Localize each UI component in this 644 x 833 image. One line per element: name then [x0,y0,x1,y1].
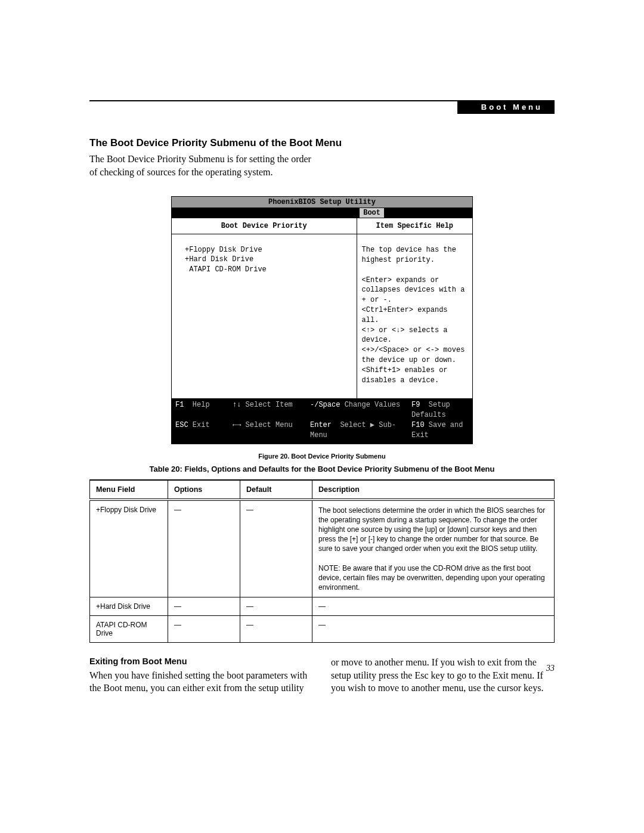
table-row: +Hard Disk Drive — — — [90,597,555,616]
desc-para: The boot selections determine the order … [318,506,548,554]
figure-caption: Figure 20. Boot Device Priority Submenu [89,453,555,460]
bios-help-text: The top device has the highest priority.… [357,234,472,398]
desc-para: NOTE: Be aware that if you use the CD-RO… [318,563,548,593]
bios-footer: F1 Help ↑↓ Select Item -/Space Change Va… [172,398,472,443]
foot-key: F9 [411,401,420,409]
cell-description: — [312,597,555,616]
exit-heading: Exiting from Boot Menu [89,656,313,668]
foot-key: ↑↓ [233,401,241,409]
exit-section: Exiting from Boot Menu When you have fin… [89,656,555,695]
bios-right-heading: Item Specific Help [357,218,472,234]
foot-label: Select Item [246,401,293,409]
help-line: The top device has the highest priority. [362,245,467,265]
foot-key: ESC [175,421,188,429]
bios-window: PhoenixBIOS Setup Utility Boot Boot Devi… [171,196,473,444]
bios-device: +Hard Disk Drive [185,255,253,264]
cell-options: — [168,500,240,597]
foot-label: Change Values [345,401,401,409]
page-number: 33 [546,664,555,673]
cell-field: ATAPI CD-ROM Drive [90,616,168,643]
col-description: Description [312,480,555,500]
cell-description: — [312,616,555,643]
foot-key: F1 [175,401,184,409]
cell-default: — [240,500,312,597]
section-intro: The Boot Device Priority Submenu is for … [89,153,316,178]
running-header: Boot Menu [457,100,555,114]
col-default: Default [240,480,312,500]
cell-field: +Hard Disk Drive [90,597,168,616]
section-heading: The Boot Device Priority Submenu of the … [89,137,555,149]
table-row: +Floppy Disk Drive — — The boot selectio… [90,500,555,597]
foot-label: Exit [193,421,210,429]
bios-tab-bar: Boot [172,208,472,218]
bios-left-panel: Boot Device Priority +Floppy Disk Drive … [172,218,357,398]
col-menu-field: Menu Field [90,480,168,500]
foot-key: ←→ [233,421,241,429]
col-options: Options [168,480,240,500]
table-row: ATAPI CD-ROM Drive — — — [90,616,555,643]
bios-left-heading: Boot Device Priority [172,218,357,234]
cell-default: — [240,616,312,643]
foot-key: F10 [411,421,425,429]
cell-options: — [168,597,240,616]
bios-title: PhoenixBIOS Setup Utility [172,197,472,208]
foot-label: Select Menu [246,421,293,429]
bios-device: +Floppy Disk Drive [185,246,262,254]
help-line: <↑> or <↓> selects a device. [362,326,467,346]
help-line: <Shift+1> enables or disables a device. [362,366,467,386]
fields-table: Menu Field Options Default Description +… [89,479,555,643]
help-line: <Ctrl+Enter> expands all. [362,305,467,326]
bios-device-list: +Floppy Disk Drive +Hard Disk Drive ATAP… [172,234,357,370]
cell-options: — [168,616,240,643]
foot-key: -/Space [310,401,340,409]
bios-tab-active: Boot [360,208,384,218]
cell-default: — [240,597,312,616]
help-line: <+>/<Space> or <-> moves the device up o… [362,345,467,366]
foot-key: Enter [310,421,332,429]
table-caption: Table 20: Fields, Options and Defaults f… [89,465,555,473]
foot-label: Help [193,401,210,409]
help-line: <Enter> expands or collapses devices wit… [362,275,467,305]
cell-description: The boot selections determine the order … [312,500,555,597]
cell-field: +Floppy Disk Drive [90,500,168,597]
bios-right-panel: Item Specific Help The top device has th… [357,218,472,398]
page: Boot Menu The Boot Device Priority Subme… [0,0,644,833]
bios-device: ATAPI CD-ROM Drive [185,265,267,274]
